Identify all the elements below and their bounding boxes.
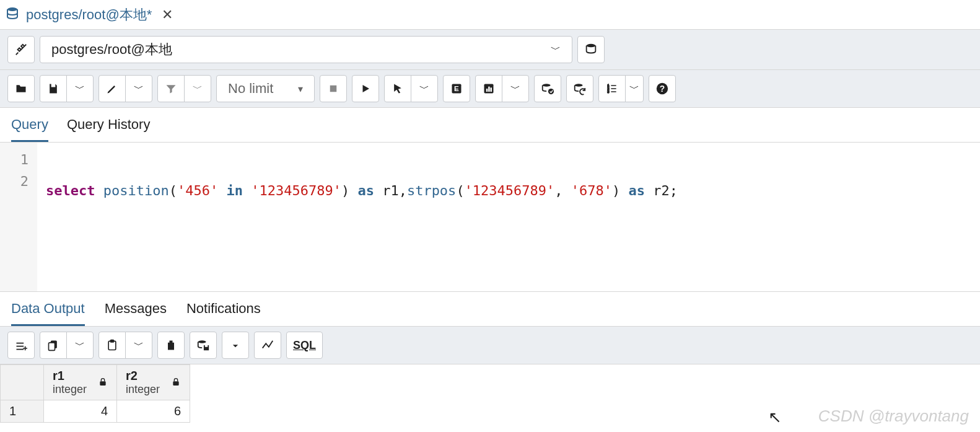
paste-group: ﹀ (98, 332, 152, 359)
cell[interactable]: 6 (117, 400, 190, 423)
query-toolbar: ﹀ ﹀ ﹀ No limit ▾ ﹀ E ﹀ (0, 70, 980, 108)
copy-group: ﹀ (40, 332, 94, 359)
macros-button[interactable]: 123 (598, 75, 626, 102)
chevron-down-icon: ﹀ (75, 82, 85, 95)
save-button[interactable] (40, 75, 67, 102)
close-icon[interactable]: ✕ (162, 8, 173, 22)
query-history-tabs: Query Query History (0, 108, 980, 143)
chevron-down-icon: ﹀ (629, 82, 639, 95)
copy-dropdown[interactable]: ﹀ (66, 332, 94, 359)
watermark: CSDN @trayvontang (818, 407, 969, 426)
svg-rect-23 (205, 345, 208, 347)
macros-group: 123 ﹀ (598, 75, 644, 102)
tab-query[interactable]: Query (11, 117, 48, 142)
row-limit-select[interactable]: No limit ▾ (216, 75, 315, 102)
svg-point-1 (587, 44, 596, 48)
commit-button[interactable] (534, 75, 561, 102)
tab-title[interactable]: postgres/root@本地* (26, 6, 152, 24)
chevron-down-icon: ﹀ (134, 82, 144, 95)
row-limit-label: No limit (228, 81, 273, 97)
delete-row-button[interactable] (157, 332, 185, 359)
svg-text:?: ? (660, 84, 665, 94)
filter-dropdown[interactable]: ﹀ (184, 75, 211, 102)
explain-analyze-group: ﹀ (475, 75, 529, 102)
data-output-toolbar: ﹀ ﹀ SQL (0, 327, 980, 364)
tab-messages[interactable]: Messages (105, 301, 167, 326)
paste-dropdown[interactable]: ﹀ (125, 332, 152, 359)
paste-button[interactable] (98, 332, 126, 359)
download-button[interactable] (222, 332, 249, 359)
open-file-button[interactable] (7, 75, 35, 102)
svg-rect-8 (491, 87, 492, 92)
line-number: 1 (9, 149, 28, 170)
filter-button[interactable] (157, 75, 185, 102)
connection-bar: postgres/root@本地 ﹀ (0, 30, 980, 70)
column-type: integer (53, 383, 87, 396)
row-header-corner[interactable] (1, 365, 44, 400)
save-data-button[interactable] (190, 332, 217, 359)
save-group: ﹀ (40, 75, 94, 102)
svg-rect-2 (330, 86, 337, 92)
copy-button[interactable] (40, 332, 67, 359)
explain-analyze-dropdown[interactable]: ﹀ (502, 75, 529, 102)
macros-dropdown[interactable]: ﹀ (625, 75, 644, 102)
graph-visualizer-button[interactable] (254, 332, 281, 359)
line-gutter: 1 2 (0, 143, 37, 291)
execute-dropdown[interactable]: ﹀ (411, 75, 438, 102)
stop-button[interactable] (320, 75, 347, 102)
caret-down-icon: ▾ (298, 83, 303, 95)
column-header[interactable]: r2 integer (117, 365, 190, 400)
chevron-down-icon: ﹀ (419, 82, 429, 95)
column-name: r1 (53, 369, 87, 383)
svg-rect-25 (173, 381, 178, 386)
chevron-down-icon: ﹀ (193, 82, 203, 95)
sql-code[interactable]: select position('456' in '123456789') as… (37, 143, 686, 291)
svg-point-10 (548, 89, 554, 94)
add-row-button[interactable] (7, 332, 35, 359)
chevron-down-icon: ﹀ (551, 43, 561, 56)
column-header[interactable]: r1 integer (44, 365, 117, 400)
edit-dropdown[interactable]: ﹀ (125, 75, 152, 102)
tab-query-history[interactable]: Query History (67, 117, 150, 142)
svg-point-11 (575, 84, 583, 87)
execute-button[interactable] (352, 75, 379, 102)
table-row[interactable]: 1 4 6 (1, 400, 190, 423)
tab-data-output[interactable]: Data Output (11, 301, 85, 326)
chevron-down-icon: ﹀ (75, 339, 85, 352)
svg-rect-7 (489, 87, 491, 92)
connection-status-button[interactable] (7, 36, 35, 63)
edit-button[interactable] (98, 75, 126, 102)
save-dropdown[interactable]: ﹀ (66, 75, 94, 102)
connection-select[interactable]: postgres/root@本地 ﹀ (40, 36, 572, 63)
connection-label: postgres/root@本地 (51, 40, 172, 59)
svg-rect-6 (486, 89, 488, 92)
lock-icon (98, 376, 108, 390)
execute-options-group: ﹀ (384, 75, 438, 102)
editor-tabbar: postgres/root@本地* ✕ (0, 0, 980, 30)
svg-point-21 (198, 341, 206, 344)
chevron-down-icon: ﹀ (510, 82, 520, 95)
svg-point-0 (7, 7, 17, 11)
rollback-button[interactable] (566, 75, 593, 102)
explain-analyze-button[interactable] (475, 75, 502, 102)
database-icon (5, 6, 20, 23)
edit-group: ﹀ (98, 75, 152, 102)
svg-text:3: 3 (608, 90, 610, 94)
sql-editor[interactable]: 1 2 select position('456' in '123456789'… (0, 143, 980, 291)
result-grid[interactable]: r1 integer r2 integer (0, 364, 190, 423)
tab-notifications[interactable]: Notifications (186, 301, 261, 326)
explain-button[interactable]: E (443, 75, 470, 102)
new-connection-button[interactable] (577, 36, 605, 63)
sql-button[interactable]: SQL (286, 332, 323, 359)
filter-group: ﹀ (157, 75, 211, 102)
lock-icon (171, 376, 181, 390)
svg-rect-24 (100, 381, 105, 386)
help-button[interactable]: ? (649, 75, 676, 102)
execute-cursor-button[interactable] (384, 75, 411, 102)
svg-point-9 (543, 84, 551, 87)
cell[interactable]: 4 (44, 400, 117, 423)
cursor-icon: ↖ (768, 408, 782, 427)
row-number[interactable]: 1 (1, 400, 44, 423)
svg-rect-20 (111, 340, 114, 342)
line-number: 2 (9, 170, 28, 192)
